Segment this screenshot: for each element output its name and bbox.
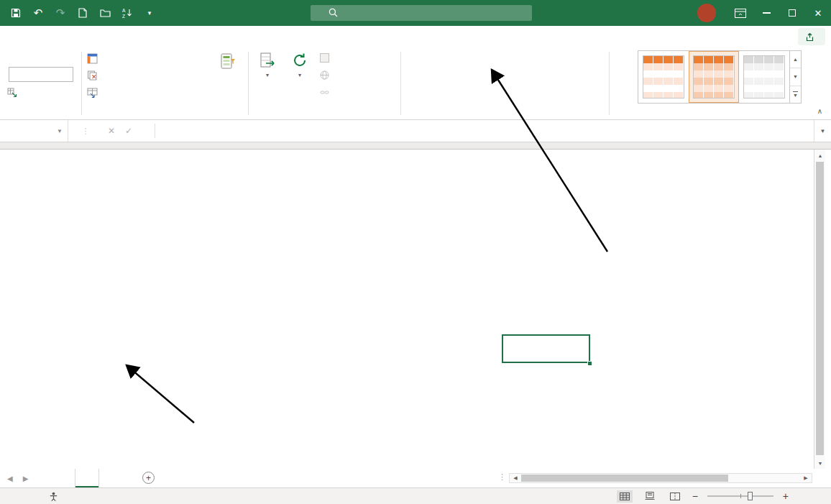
accessibility-icon xyxy=(49,492,58,501)
confirm-entry-button: ✓ xyxy=(120,120,137,142)
refresh-icon xyxy=(292,52,308,69)
export-icon xyxy=(260,52,275,69)
scroll-right-icon[interactable]: ▶ xyxy=(801,474,811,482)
table-style-preview xyxy=(743,55,785,98)
ribbon: ✕ ▾ ▾ xyxy=(0,47,831,120)
new-sheet-button[interactable]: + xyxy=(142,472,155,484)
fill-handle[interactable] xyxy=(587,361,592,366)
vertical-scrollbar[interactable]: ▲ ▼ xyxy=(814,150,825,469)
resize-table-button[interactable] xyxy=(7,88,21,98)
avatar[interactable] xyxy=(697,4,716,22)
column-headers xyxy=(0,150,814,173)
search-input[interactable] xyxy=(329,8,502,18)
zoom-slider[interactable] xyxy=(707,491,773,501)
sheet-tabs-bar: ◀ ▶ + ⋮ ◀ ▶ xyxy=(0,469,831,487)
gallery-more-icon[interactable]: ▼ xyxy=(790,86,801,103)
accessibility-button[interactable] xyxy=(49,492,62,501)
open-folder-icon[interactable] xyxy=(99,7,111,19)
gallery-scroll-down-icon[interactable]: ▼ xyxy=(790,68,801,86)
minimize-button[interactable] xyxy=(753,0,779,26)
horizontal-scroll-thumb[interactable] xyxy=(521,475,728,482)
gallery-scroll-up-icon[interactable]: ▲ xyxy=(790,51,801,68)
search-icon xyxy=(329,8,338,17)
scroll-left-icon[interactable]: ◀ xyxy=(510,474,520,482)
status-bar: − + xyxy=(0,487,831,504)
share-icon xyxy=(805,32,814,42)
pivottable-icon xyxy=(87,53,98,64)
export-dropdown-chevron-icon[interactable]: ▾ xyxy=(266,72,269,78)
export-button[interactable]: ▾ xyxy=(252,52,283,78)
refresh-dropdown-chevron-icon[interactable]: ▾ xyxy=(298,72,301,78)
insert-slicer-button[interactable] xyxy=(211,52,245,73)
zoom-slider-tick xyxy=(740,494,741,498)
ribbon-display-options-icon[interactable] xyxy=(727,0,753,26)
close-button[interactable]: ✕ xyxy=(805,0,831,26)
sheet-nav-left-icon[interactable]: ◀ xyxy=(7,475,13,482)
page-layout-view-icon[interactable] xyxy=(642,490,658,503)
open-in-browser-button xyxy=(320,70,334,80)
zoom-in-button[interactable]: + xyxy=(783,490,789,502)
formula-bar: ▼ ⋮ ✕ ✓ ▼ xyxy=(0,120,831,142)
name-box[interactable]: ▼ xyxy=(0,120,68,142)
formula-input[interactable] xyxy=(155,120,814,142)
properties-group xyxy=(4,47,81,119)
svg-text:A: A xyxy=(122,8,126,13)
sheet-tab-sheet1[interactable] xyxy=(75,469,99,487)
maximize-button[interactable] xyxy=(779,0,805,26)
zoom-out-button[interactable]: − xyxy=(692,490,698,502)
properties-icon xyxy=(320,53,329,63)
table-style-preview xyxy=(643,55,684,98)
expand-formula-bar-icon[interactable]: ▼ xyxy=(814,120,831,142)
remove-duplicates-button[interactable]: ✕ xyxy=(87,70,102,81)
gallery-scroll-controls: ▲ ▼ ▼ xyxy=(789,51,801,103)
group-separator xyxy=(81,52,82,115)
save-icon[interactable] xyxy=(10,7,22,19)
sheet-nav-arrows: ◀ ▶ xyxy=(7,469,28,487)
tab-bar-splitter[interactable]: ⋮ xyxy=(498,472,506,482)
undo-icon[interactable]: ↶ xyxy=(32,7,44,19)
table-name-input[interactable] xyxy=(9,67,73,82)
sort-az-icon[interactable]: AZ xyxy=(121,7,133,19)
table-style-thumbnail-3[interactable] xyxy=(739,51,789,103)
ribbon-tab-bar xyxy=(0,26,831,47)
share-button[interactable] xyxy=(798,28,825,45)
group-separator xyxy=(609,52,610,115)
qat-customize-chevron-icon[interactable]: ▾ xyxy=(144,7,155,19)
external-table-data-group: ▾ ▾ xyxy=(249,47,400,119)
tools-group: ✕ xyxy=(83,47,248,119)
refresh-button[interactable]: ▾ xyxy=(284,52,316,78)
search-bar[interactable] xyxy=(311,5,532,21)
table-styles-gallery: ▲ ▼ ▼ xyxy=(638,50,802,104)
table-styles-group: ▲ ▼ ▼ xyxy=(610,47,817,119)
globe-icon xyxy=(320,70,329,80)
name-box-chevron-icon[interactable]: ▼ xyxy=(57,128,63,134)
horizontal-scrollbar[interactable]: ◀ ▶ xyxy=(509,473,812,483)
scroll-down-icon[interactable]: ▼ xyxy=(814,457,826,469)
title-bar-right: ✕ xyxy=(689,0,831,26)
zoom-slider-thumb[interactable] xyxy=(748,492,753,500)
convert-to-range-button[interactable] xyxy=(87,88,102,98)
collapse-ribbon-icon[interactable]: ∧ xyxy=(817,107,822,115)
unlink-button xyxy=(320,88,334,97)
scroll-up-icon[interactable]: ▲ xyxy=(814,150,826,161)
table-properties-button xyxy=(320,53,334,63)
group-separator xyxy=(248,52,249,115)
svg-text:Z: Z xyxy=(122,14,125,19)
table-style-thumbnail-2-selected[interactable] xyxy=(689,51,739,103)
formula-bar-splitter[interactable]: ⋮ xyxy=(68,120,103,142)
vertical-scroll-thumb[interactable] xyxy=(816,162,824,455)
status-bar-right: − + xyxy=(617,490,822,503)
summarize-with-pivottable-button[interactable] xyxy=(87,53,102,64)
new-file-icon[interactable] xyxy=(77,7,88,19)
page-break-preview-icon[interactable] xyxy=(667,490,683,503)
unlink-icon xyxy=(320,88,329,97)
insert-function-button[interactable] xyxy=(137,120,155,142)
remove-duplicates-icon: ✕ xyxy=(87,70,98,81)
formula-bar-gap xyxy=(0,142,831,150)
resize-table-icon xyxy=(7,88,17,98)
normal-view-icon[interactable] xyxy=(617,490,633,503)
selected-cell-outline xyxy=(502,334,590,363)
sheet-area xyxy=(0,150,814,469)
sheet-nav-right-icon[interactable]: ▶ xyxy=(23,475,29,482)
table-style-thumbnail-1[interactable] xyxy=(638,51,689,103)
